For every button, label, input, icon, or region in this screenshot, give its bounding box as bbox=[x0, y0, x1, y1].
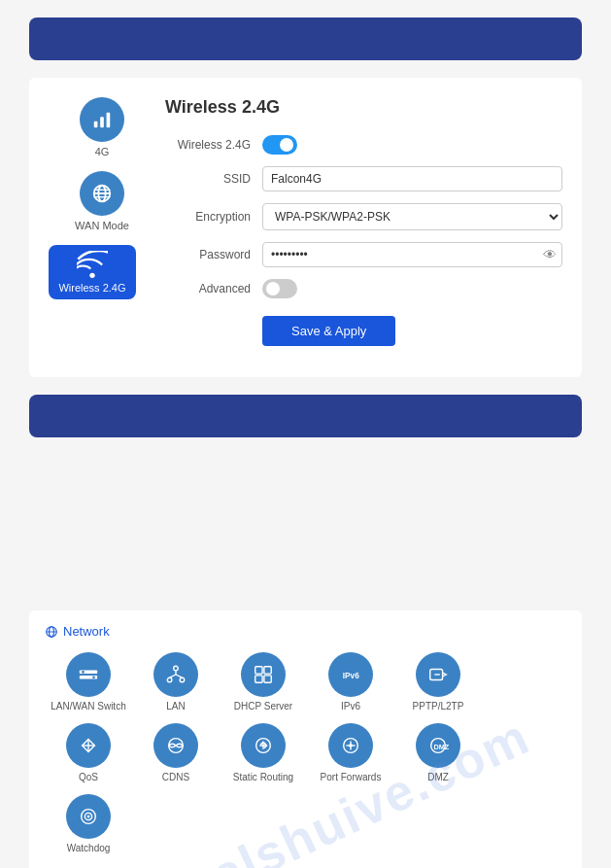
main-content: 4G WAN Mode bbox=[29, 78, 582, 377]
svg-point-19 bbox=[167, 677, 172, 682]
net-item-lan-wan-switch[interactable]: LAN/WAN Switch bbox=[45, 652, 132, 712]
svg-point-14 bbox=[82, 671, 85, 674]
svg-rect-2 bbox=[107, 113, 111, 128]
ipv6-label: IPv6 bbox=[341, 701, 360, 712]
bottom-bar-wrapper bbox=[0, 395, 611, 437]
cdns-icon bbox=[165, 735, 187, 756]
form-title: Wireless 2.4G bbox=[165, 97, 562, 118]
watchdog-icon-circle bbox=[66, 794, 111, 839]
cdns-label: CDNS bbox=[162, 772, 189, 782]
save-control: Save & Apply bbox=[262, 310, 562, 346]
net-item-cdns[interactable]: CDNS bbox=[132, 723, 220, 782]
network-title-text: Network bbox=[63, 624, 110, 639]
password-label: Password bbox=[165, 248, 262, 261]
header-bar bbox=[29, 17, 582, 60]
sidebar-item-wireless[interactable]: Wireless 2.4G bbox=[49, 245, 136, 299]
lan-icon-circle bbox=[153, 652, 198, 697]
wifi-icon bbox=[77, 251, 108, 282]
wireless-toggle-control[interactable] bbox=[262, 135, 562, 155]
ssid-control bbox=[262, 166, 562, 191]
dmz-label: DMZ bbox=[427, 772, 449, 782]
routing-label: Static Routing bbox=[233, 772, 293, 782]
wireless-icon bbox=[77, 251, 108, 282]
middle-gap: manualshuive.com bbox=[0, 437, 611, 593]
network-section: Network LAN/WAN Switch bbox=[29, 610, 582, 868]
net-item-routing[interactable]: Static Routing bbox=[220, 723, 307, 782]
svg-rect-1 bbox=[100, 117, 104, 127]
svg-line-22 bbox=[170, 675, 176, 677]
svg-point-41 bbox=[87, 816, 90, 818]
qos-label: QoS bbox=[79, 772, 98, 782]
dhcp-icon-circle bbox=[241, 652, 286, 697]
svg-point-16 bbox=[82, 676, 85, 678]
bottom-bar bbox=[29, 395, 582, 437]
encryption-control: WPA-PSK/WPA2-PSK WPA2-PSK WPA-PSK None bbox=[262, 203, 562, 230]
net-item-dhcp[interactable]: DHCP Server bbox=[220, 652, 307, 712]
port-icon-circle bbox=[328, 723, 373, 768]
net-item-dmz[interactable]: DMZ DMZ bbox=[394, 723, 482, 782]
wireless-toggle-row: Wireless 2.4G bbox=[165, 135, 562, 155]
svg-rect-24 bbox=[255, 667, 262, 674]
net-item-pptp[interactable]: PPTP/L2TP bbox=[394, 652, 482, 712]
password-row: Password 👁 bbox=[165, 242, 562, 267]
port-icon bbox=[340, 735, 361, 756]
save-row: Save & Apply bbox=[165, 310, 562, 346]
svg-rect-26 bbox=[255, 676, 262, 682]
pptp-icon-circle bbox=[416, 652, 460, 697]
pptp-icon bbox=[427, 664, 449, 685]
advanced-toggle[interactable] bbox=[262, 279, 297, 298]
svg-point-36 bbox=[349, 744, 353, 747]
wireless-toggle-slider bbox=[262, 135, 297, 155]
wireless-toggle[interactable] bbox=[262, 135, 297, 155]
svg-text:DMZ: DMZ bbox=[433, 743, 449, 751]
save-button[interactable]: Save & Apply bbox=[262, 316, 395, 346]
form-area: Wireless 2.4G Wireless 2.4G SSID Encrypt… bbox=[165, 97, 562, 346]
ipv6-icon: IPv6 bbox=[340, 664, 361, 685]
encryption-label: Encryption bbox=[165, 210, 262, 224]
pptp-label: PPTP/L2TP bbox=[413, 701, 464, 712]
routing-icon bbox=[253, 735, 274, 756]
svg-rect-27 bbox=[264, 676, 271, 682]
password-input[interactable] bbox=[262, 242, 562, 267]
svg-point-17 bbox=[92, 671, 95, 674]
svg-point-20 bbox=[180, 677, 185, 682]
watchdog-icon bbox=[78, 806, 99, 827]
bar-chart-icon bbox=[91, 109, 113, 130]
4g-icon bbox=[80, 97, 124, 142]
net-item-ipv6[interactable]: IPv6 IPv6 bbox=[307, 652, 394, 712]
svg-rect-0 bbox=[94, 122, 98, 127]
ipv6-icon-circle: IPv6 bbox=[328, 652, 373, 697]
routing-icon-circle bbox=[241, 723, 286, 768]
encryption-row: Encryption WPA-PSK/WPA2-PSK WPA2-PSK WPA… bbox=[165, 203, 562, 230]
net-item-watchdog[interactable]: Watchdog bbox=[45, 794, 132, 853]
wireless-label-sidebar: Wireless 2.4G bbox=[58, 282, 125, 294]
svg-point-15 bbox=[92, 676, 95, 678]
wan-label: WAN Mode bbox=[75, 220, 129, 231]
eye-icon[interactable]: 👁 bbox=[543, 247, 557, 262]
network-grid: LAN/WAN Switch LAN bbox=[45, 652, 566, 865]
cdns-icon-circle bbox=[153, 723, 198, 768]
net-item-qos[interactable]: QoS bbox=[45, 723, 132, 782]
advanced-label: Advanced bbox=[165, 282, 262, 295]
encryption-select[interactable]: WPA-PSK/WPA2-PSK WPA2-PSK WPA-PSK None bbox=[262, 203, 562, 230]
password-control: 👁 bbox=[262, 242, 562, 267]
dmz-icon-circle: DMZ bbox=[416, 723, 460, 768]
wireless-toggle-label: Wireless 2.4G bbox=[165, 138, 262, 152]
ssid-row: SSID bbox=[165, 166, 562, 191]
wan-icon bbox=[80, 171, 124, 216]
svg-rect-25 bbox=[264, 667, 271, 674]
dhcp-icon bbox=[253, 664, 274, 685]
net-item-port[interactable]: Port Forwards bbox=[307, 723, 394, 782]
watchdog-label: Watchdog bbox=[67, 843, 111, 853]
switch-icon bbox=[78, 664, 99, 685]
svg-line-23 bbox=[176, 675, 182, 677]
ssid-input[interactable] bbox=[262, 166, 562, 191]
dmz-icon: DMZ bbox=[427, 735, 449, 756]
sidebar: 4G WAN Mode bbox=[49, 97, 155, 299]
net-item-lan[interactable]: LAN bbox=[132, 652, 220, 712]
sidebar-item-4g[interactable]: 4G bbox=[49, 97, 155, 157]
sidebar-item-wan[interactable]: WAN Mode bbox=[49, 171, 155, 231]
lan-wan-switch-label: LAN/WAN Switch bbox=[51, 701, 125, 712]
advanced-toggle-control[interactable] bbox=[262, 279, 562, 298]
port-label: Port Forwards bbox=[321, 772, 382, 782]
